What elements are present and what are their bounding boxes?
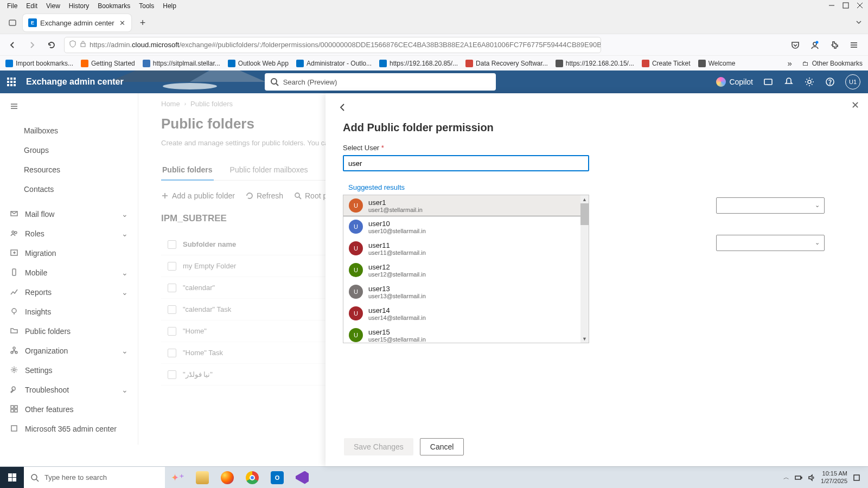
settings-icon[interactable] bbox=[804, 76, 815, 87]
pocket-icon[interactable] bbox=[790, 40, 801, 50]
taskbar-chrome-icon[interactable] bbox=[240, 467, 265, 489]
permission-level-dropdown[interactable]: ⌄ bbox=[716, 197, 825, 214]
sidebar-item[interactable]: Troubleshoot⌄ bbox=[0, 380, 138, 400]
global-search-input[interactable]: Search (Preview) bbox=[265, 73, 496, 91]
sidebar-item[interactable]: Organization⌄ bbox=[0, 341, 138, 361]
sidebar-toggle-button[interactable] bbox=[0, 99, 138, 115]
sidebar-item[interactable]: Settings bbox=[0, 361, 138, 380]
secondary-dropdown[interactable]: ⌄ bbox=[716, 235, 825, 251]
other-bookmarks-label[interactable]: Other Bookmarks bbox=[812, 60, 863, 67]
bookmark-item[interactable]: Data Recovery Softwar... bbox=[465, 60, 548, 67]
suggestion-item[interactable]: Uuser11user11@stellarmail.in bbox=[343, 237, 589, 259]
bookmark-item[interactable]: https://sitplmail.stellar... bbox=[143, 60, 220, 67]
taskbar-copilot-icon[interactable]: ✦⁺ bbox=[165, 472, 190, 484]
bookmark-item[interactable]: Getting Started bbox=[81, 60, 135, 67]
taskbar-firefox-icon[interactable] bbox=[215, 467, 240, 489]
bookmark-favicon bbox=[465, 60, 473, 67]
taskbar-outlook-icon[interactable]: O bbox=[265, 467, 290, 489]
scroll-up-button[interactable]: ▲ bbox=[580, 195, 589, 203]
notifications-icon[interactable] bbox=[783, 76, 794, 87]
bookmark-item[interactable]: Import bookmarks... bbox=[5, 60, 73, 67]
bookmark-item[interactable]: https://192.168.20.15/... bbox=[556, 60, 634, 67]
copilot-button[interactable]: Copilot bbox=[716, 77, 753, 87]
sidebar-item[interactable]: Roles⌄ bbox=[0, 224, 138, 243]
sidebar-item[interactable]: Insights bbox=[0, 302, 138, 322]
menu-history[interactable]: History bbox=[65, 1, 93, 11]
sidebar-item[interactable]: Reports⌄ bbox=[0, 282, 138, 302]
taskbar-explorer-icon[interactable] bbox=[190, 467, 215, 489]
chevron-down-icon: ⌄ bbox=[122, 268, 128, 277]
bookmark-item[interactable]: Create Ticket bbox=[642, 60, 691, 67]
url-input[interactable]: https://admin.cloud.microsoft/exchange#/… bbox=[64, 37, 601, 53]
app-menu-icon[interactable] bbox=[848, 40, 859, 50]
taskbar-search-input[interactable]: Type here to search bbox=[24, 467, 165, 489]
sidebar-item[interactable]: Contacts bbox=[0, 179, 138, 199]
svg-point-21 bbox=[12, 231, 14, 233]
select-user-input[interactable] bbox=[343, 155, 589, 171]
bookmark-item[interactable]: Administrator - Outlo... bbox=[296, 60, 372, 67]
window-close-button[interactable] bbox=[856, 2, 864, 11]
account-icon[interactable] bbox=[809, 40, 820, 50]
suggestion-item[interactable]: Uuser10user10@stellarmail.in bbox=[343, 216, 589, 237]
diagnostics-icon[interactable] bbox=[763, 76, 774, 87]
suggestion-item[interactable]: Uuser14user14@stellarmail.in bbox=[343, 303, 589, 324]
user-avatar[interactable]: U1 bbox=[845, 74, 860, 89]
browser-tab-active[interactable]: E Exchange admin center ✕ bbox=[23, 14, 131, 31]
sidebar-item[interactable]: Mobile⌄ bbox=[0, 263, 138, 282]
menu-tools[interactable]: Tools bbox=[135, 1, 158, 11]
menu-view[interactable]: View bbox=[42, 1, 65, 11]
svg-point-40 bbox=[31, 474, 37, 480]
menu-bookmarks[interactable]: Bookmarks bbox=[93, 1, 135, 11]
scroll-down-button[interactable]: ▼ bbox=[580, 335, 589, 343]
sidebar-item[interactable]: Mailboxes bbox=[0, 121, 138, 140]
sidebar-item-label: Settings bbox=[25, 366, 53, 375]
suggestion-email: user10@stellarmail.in bbox=[368, 228, 426, 234]
tab-close-button[interactable]: ✕ bbox=[118, 19, 126, 27]
tray-battery-icon[interactable] bbox=[795, 474, 802, 481]
window-minimize-button[interactable] bbox=[828, 2, 835, 11]
bookmark-label: Administrator - Outlo... bbox=[307, 60, 372, 67]
suggestion-item[interactable]: Uuser15user15@stellarmail.in bbox=[343, 324, 589, 343]
extensions-icon[interactable] bbox=[829, 40, 840, 50]
cancel-button[interactable]: Cancel bbox=[420, 438, 464, 455]
tray-volume-icon[interactable] bbox=[808, 474, 815, 481]
sidebar-item[interactable]: Mail flow⌄ bbox=[0, 204, 138, 224]
nav-back-button[interactable] bbox=[5, 38, 20, 52]
sidebar-item-icon bbox=[10, 365, 18, 376]
tray-clock[interactable]: 10:15 AM 1/27/2025 bbox=[821, 470, 847, 484]
suggestion-item[interactable]: Uuser1user1@stellarmail.in bbox=[343, 195, 589, 216]
panel-back-button[interactable] bbox=[335, 100, 350, 115]
app-launcher-button[interactable] bbox=[0, 70, 23, 93]
tray-notifications-icon[interactable] bbox=[853, 474, 860, 481]
firefox-view-button[interactable] bbox=[5, 16, 20, 30]
sidebar-item[interactable]: Groups bbox=[0, 140, 138, 160]
menu-file[interactable]: File bbox=[3, 1, 22, 11]
sidebar-item[interactable]: Migration bbox=[0, 243, 138, 263]
bookmark-item[interactable]: Outlook Web App bbox=[228, 60, 289, 67]
nav-forward-button[interactable] bbox=[25, 38, 39, 52]
bookmark-item[interactable]: Welcome bbox=[698, 60, 736, 67]
tray-chevron-icon[interactable]: ︿ bbox=[783, 473, 789, 481]
nav-reload-button[interactable] bbox=[44, 38, 59, 52]
panel-close-button[interactable]: ✕ bbox=[850, 100, 860, 111]
start-button[interactable] bbox=[0, 467, 24, 489]
menu-help[interactable]: Help bbox=[158, 1, 181, 11]
suggestion-item[interactable]: Uuser12user12@stellarmail.in bbox=[343, 259, 589, 281]
sidebar-item[interactable]: Public folders bbox=[0, 322, 138, 341]
sidebar-item[interactable]: Other features bbox=[0, 400, 138, 419]
bookmark-overflow-icon[interactable]: » bbox=[788, 59, 792, 68]
menu-edit[interactable]: Edit bbox=[22, 1, 42, 11]
scroll-thumb[interactable] bbox=[580, 203, 589, 225]
save-button[interactable]: Save Changes bbox=[344, 438, 413, 455]
sidebar-item[interactable]: Resources bbox=[0, 160, 138, 179]
tabs-dropdown-button[interactable] bbox=[855, 18, 863, 28]
taskbar-visualstudio-icon[interactable] bbox=[290, 467, 315, 489]
window-maximize-button[interactable] bbox=[842, 2, 850, 11]
bookmark-item[interactable]: https://192.168.20.85/... bbox=[379, 60, 458, 67]
help-icon[interactable] bbox=[825, 76, 835, 87]
suggestions-scrollbar[interactable]: ▲ ▼ bbox=[580, 195, 589, 343]
new-tab-button[interactable]: + bbox=[136, 16, 150, 30]
suggestion-item[interactable]: Uuser13user13@stellarmail.in bbox=[343, 281, 589, 303]
bookmark-favicon bbox=[642, 60, 649, 67]
sidebar-item[interactable]: Microsoft 365 admin center bbox=[0, 419, 138, 439]
